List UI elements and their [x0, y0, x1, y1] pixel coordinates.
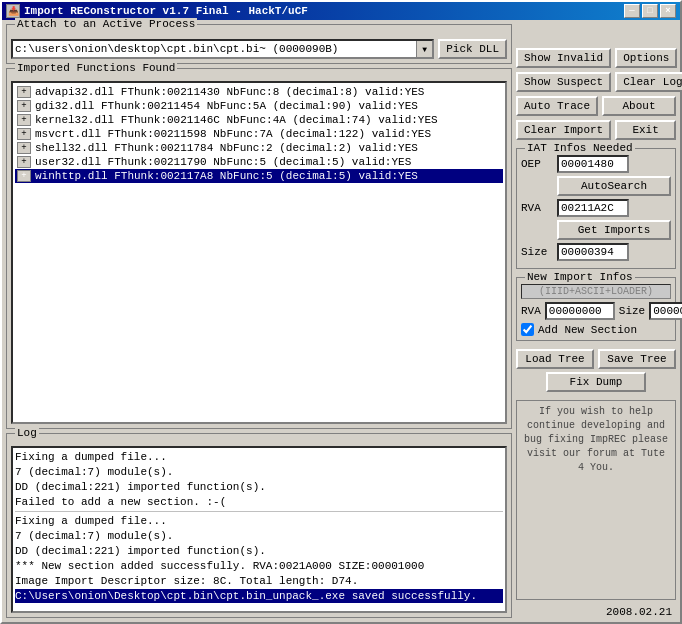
show-suspect-button[interactable]: Show Suspect [516, 72, 611, 92]
log-group-title: Log [15, 427, 39, 439]
fix-dump-row: Fix Dump [516, 372, 676, 392]
date-text: 2008.02.21 [516, 606, 676, 618]
exit-button[interactable]: Exit [615, 120, 676, 140]
new-import-title: New Import Infos [525, 271, 635, 283]
log-line [15, 511, 503, 512]
functions-group: Imported Functions Found +advapi32.dll F… [6, 68, 512, 429]
add-section-label: Add New Section [538, 324, 637, 336]
expand-icon[interactable]: + [17, 114, 31, 126]
expand-icon[interactable]: + [17, 128, 31, 140]
log-group: Log Fixing a dumped file...7 (decimal:7)… [6, 433, 512, 618]
log-line: 7 (decimal:7) module(s). [15, 465, 503, 480]
title-bar-controls: ─ □ × [624, 4, 676, 18]
new-rva-row: RVA Size [521, 302, 671, 320]
btn-row-4: Clear Import Exit [516, 120, 676, 140]
expand-icon[interactable]: + [17, 142, 31, 154]
app-icon: 📥 [6, 4, 20, 18]
expand-icon[interactable]: + [17, 86, 31, 98]
right-panel: Show Invalid Options Show Suspect Clear … [516, 24, 676, 618]
clear-log-button[interactable]: Clear Log [615, 72, 682, 92]
autosearch-row: AutoSearch [521, 176, 671, 196]
function-item[interactable]: +user32.dll FThunk:00211790 NbFunc:5 (de… [15, 155, 503, 169]
log-text-area[interactable]: Fixing a dumped file...7 (decimal:7) mod… [11, 446, 507, 613]
new-import-group: New Import Infos (IIID+ASCII+LOADER) RVA… [516, 277, 676, 341]
size-row: Size [521, 243, 671, 261]
attach-group: Attach to an Active Process c:\users\oni… [6, 24, 512, 64]
loader-label: (IIID+ASCII+LOADER) [521, 284, 671, 299]
info-box: If you wish to help continue developing … [516, 400, 676, 600]
iat-group: IAT Infos Needed OEP AutoSearch RVA Get … [516, 148, 676, 269]
attach-group-title: Attach to an Active Process [15, 18, 197, 30]
close-button[interactable]: × [660, 4, 676, 18]
rva-label: RVA [521, 202, 553, 214]
autosearch-button[interactable]: AutoSearch [557, 176, 671, 196]
attach-row: c:\users\onion\desktop\cpt.bin\cpt.bi~ (… [11, 39, 507, 59]
pick-dll-button[interactable]: Pick DLL [438, 39, 507, 59]
main-content: Attach to an Active Process c:\users\oni… [2, 20, 680, 622]
log-line: *** New section added successfully. RVA:… [15, 559, 503, 574]
function-item[interactable]: +kernel32.dll FThunk:0021146C NbFunc:4A … [15, 113, 503, 127]
bottom-buttons: Load Tree Save Tree Fix Dump [516, 349, 676, 392]
log-line: 7 (decimal:7) module(s). [15, 529, 503, 544]
log-scroll-area: Fixing a dumped file...7 (decimal:7) mod… [11, 446, 507, 613]
size-label: Size [521, 246, 553, 258]
functions-list[interactable]: +advapi32.dll FThunk:00211430 NbFunc:8 (… [11, 81, 507, 424]
clear-import-button[interactable]: Clear Import [516, 120, 611, 140]
new-rva-label: RVA [521, 305, 541, 317]
minimize-button[interactable]: ─ [624, 4, 640, 18]
function-item[interactable]: +shell32.dll FThunk:00211784 NbFunc:2 (d… [15, 141, 503, 155]
main-window: 📥 Import REConstructor v1.7 Final - Hack… [0, 0, 682, 624]
window-title: Import REConstructor v1.7 Final - HackT/… [24, 5, 308, 17]
new-size-label: Size [619, 305, 645, 317]
log-line: C:\Users\onion\Desktop\cpt.bin\cpt.bin_u… [15, 589, 503, 604]
expand-icon[interactable]: + [17, 156, 31, 168]
add-section-checkbox[interactable] [521, 323, 534, 336]
fix-dump-button[interactable]: Fix Dump [546, 372, 646, 392]
function-item[interactable]: +advapi32.dll FThunk:00211430 NbFunc:8 (… [15, 85, 503, 99]
function-item[interactable]: +msvcrt.dll FThunk:00211598 NbFunc:7A (d… [15, 127, 503, 141]
log-line: Fixing a dumped file... [15, 450, 503, 465]
maximize-button[interactable]: □ [642, 4, 658, 18]
oep-row: OEP [521, 155, 671, 173]
log-line: DD (decimal:221) imported function(s). [15, 480, 503, 495]
rva-input[interactable] [557, 199, 629, 217]
log-line: DD (decimal:221) imported function(s). [15, 544, 503, 559]
expand-icon[interactable]: + [17, 170, 31, 182]
add-section-row: Add New Section [521, 323, 671, 336]
log-line: Image Import Descriptor size: 8C. Total … [15, 574, 503, 589]
title-bar-left: 📥 Import REConstructor v1.7 Final - Hack… [6, 4, 308, 18]
left-panel: Attach to an Active Process c:\users\oni… [6, 24, 512, 618]
btn-row-2: Show Suspect Clear Log [516, 72, 676, 92]
options-button[interactable]: Options [615, 48, 677, 68]
log-line: Fixing a dumped file... [15, 514, 503, 529]
iat-group-title: IAT Infos Needed [525, 142, 635, 154]
getimports-row: Get Imports [521, 220, 671, 240]
functions-group-title: Imported Functions Found [15, 62, 177, 74]
show-invalid-button[interactable]: Show Invalid [516, 48, 611, 68]
process-combo[interactable]: c:\users\onion\desktop\cpt.bin\cpt.bi~ (… [11, 39, 434, 59]
load-save-row: Load Tree Save Tree [516, 349, 676, 369]
size-input[interactable] [557, 243, 629, 261]
function-item[interactable]: +gdi32.dll FThunk:00211454 NbFunc:5A (de… [15, 99, 503, 113]
right-buttons: Show Invalid Options Show Suspect Clear … [516, 48, 676, 140]
log-line: Failed to add a new section. :-( [15, 495, 503, 510]
about-button[interactable]: About [602, 96, 676, 116]
function-item[interactable]: +winhttp.dll FThunk:002117A8 NbFunc:5 (d… [15, 169, 503, 183]
new-size-input[interactable] [649, 302, 682, 320]
combo-arrow-icon[interactable]: ▼ [416, 41, 432, 57]
auto-trace-button[interactable]: Auto Trace [516, 96, 598, 116]
save-tree-button[interactable]: Save Tree [598, 349, 676, 369]
expand-icon[interactable]: + [17, 100, 31, 112]
functions-outer: +advapi32.dll FThunk:00211430 NbFunc:8 (… [11, 81, 507, 424]
btn-row-1: Show Invalid Options [516, 48, 676, 68]
load-tree-button[interactable]: Load Tree [516, 349, 594, 369]
oep-label: OEP [521, 158, 553, 170]
oep-input[interactable] [557, 155, 629, 173]
btn-row-3: Auto Trace About [516, 96, 676, 116]
new-rva-input[interactable] [545, 302, 615, 320]
get-imports-button[interactable]: Get Imports [557, 220, 671, 240]
rva-row: RVA [521, 199, 671, 217]
